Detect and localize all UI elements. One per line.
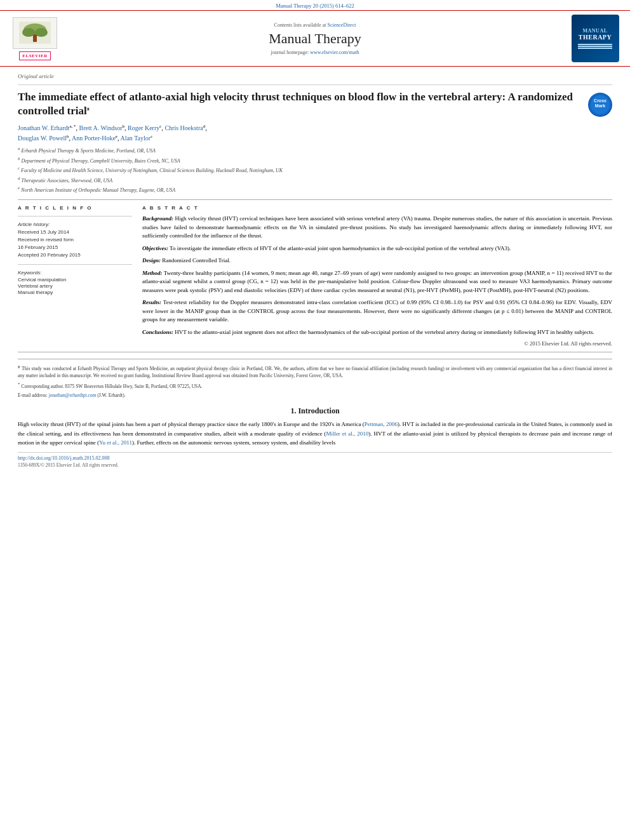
keyword-1: Cervical manipulation <box>18 277 132 283</box>
author-kerry-sup: c <box>159 124 161 129</box>
received-date: Received 15 July 2014 <box>18 229 132 236</box>
abstract-method-text: Twenty-three healthy participants (14 wo… <box>142 270 612 293</box>
journal-homepage: journal homepage: www.elsevier.com/math <box>271 50 359 55</box>
abstract-results-text: Test-retest reliability for the Doppler … <box>142 299 612 323</box>
abstract-design-label: Design: <box>142 257 161 263</box>
ref-yu[interactable]: Yu et al., 2011 <box>99 439 132 446</box>
doi-link[interactable]: http://dx.doi.org/10.1016/j.math.2015.02… <box>18 455 612 461</box>
svg-rect-2 <box>33 34 37 42</box>
main-divider <box>18 199 612 200</box>
revised-date: 16 February 2015 <box>18 244 132 251</box>
author-porterhoke[interactable]: Ann Porter-Hoke <box>72 135 116 142</box>
abstract-bg-text: High velocity thrust (HVT) cervical tech… <box>142 215 612 239</box>
article-info-heading: A R T I C L E I N F O <box>18 205 132 211</box>
journal-citation: Manual Therapy 20 (2015) 614–622 <box>0 0 630 10</box>
homepage-prefix: journal homepage: <box>271 50 310 55</box>
author-erhardt-sup: a, * <box>69 124 76 129</box>
abstract-design: Design: Randomized Controlled Trial. <box>142 257 612 265</box>
author-porterhoke-sup: e <box>116 134 117 139</box>
abstract-conc-label: Conclusions: <box>142 329 173 335</box>
article-title-area: The immediate effect of atlanto-axial hi… <box>18 90 612 118</box>
ref-pettman[interactable]: Pettman, 2006 <box>365 421 398 427</box>
author-hoekstra[interactable]: Chris Hoekstra <box>164 125 203 132</box>
abstract-objectives: Objectives: To investigate the immediate… <box>142 244 612 253</box>
affil-c-sup: c <box>18 166 20 171</box>
abstract-column: A B S T R A C T Background: High velocit… <box>142 205 612 347</box>
journal-badge: MANUAL THERAPY <box>572 15 619 62</box>
affil-e: e North American Institute of Orthopedic… <box>18 185 612 194</box>
affil-e-sup: e <box>18 185 20 190</box>
affil-d-sup: d <box>18 176 20 181</box>
abstract-conc-text: HVT to the atlanto-axial joint segment d… <box>175 329 594 335</box>
crossmark-badge: Cross Mark <box>588 93 612 117</box>
intro-section-title: Introduction <box>298 406 339 415</box>
abstract-heading: A B S T R A C T <box>142 205 612 211</box>
affil-c: c Faculty of Medicine and Health Science… <box>18 165 612 175</box>
svg-point-4 <box>35 28 48 37</box>
journal-header: ELSEVIER Contents lists available at Sci… <box>0 10 630 67</box>
bottom-links: http://dx.doi.org/10.1016/j.math.2015.02… <box>18 452 612 468</box>
accepted-date: Accepted 20 February 2015 <box>18 251 132 259</box>
affil-d: d Therapeutic Associates, Sherwood, OR, … <box>18 175 612 185</box>
abstract-conclusions: Conclusions: HVT to the atlanto-axial jo… <box>142 328 612 337</box>
copyright-line: © 2015 Elsevier Ltd. All rights reserved… <box>142 340 612 347</box>
history-label: Article history: <box>18 222 132 227</box>
journal-title: Manual Therapy <box>269 30 361 47</box>
sciencedirect-prefix: Contents lists available at <box>274 22 328 28</box>
svg-text:Mark: Mark <box>595 103 605 108</box>
footnote-2: * Corresponding author. 8375 SW Beaverto… <box>18 381 612 390</box>
affiliations-list: a Erhardt Physical Therapy & Sports Medi… <box>18 145 612 194</box>
footnote-1: ⁎ This study was conducted at Erhardt Ph… <box>18 363 612 379</box>
abstract-obj-label: Objectives: <box>142 245 168 251</box>
author-hoekstra-sup: d <box>203 124 206 129</box>
footnote-email: E-mail address: jonathan@erhardtpt.com (… <box>18 392 612 399</box>
abstract-design-text: Randomized Controlled Trial. <box>162 257 231 263</box>
article-type: Original article <box>18 73 612 79</box>
article-info-column: A R T I C L E I N F O Article history: R… <box>18 205 132 347</box>
abstract-obj-text: To investigate the immediate effects of … <box>170 245 511 251</box>
author-windsor[interactable]: Brett A. Windsor <box>79 125 122 132</box>
footnote-2-sup: * <box>18 382 20 387</box>
homepage-link[interactable]: www.elsevier.com/math <box>310 50 359 55</box>
abstract-results: Results: Test-retest reliability for the… <box>142 298 612 324</box>
author-powell[interactable]: Douglas W. Powell <box>18 135 67 142</box>
author-windsor-sup: b <box>123 124 125 129</box>
author-taylor[interactable]: Alan Taylor <box>120 135 151 142</box>
author-kerry[interactable]: Roger Kerry <box>128 125 159 132</box>
elsevier-illustration <box>13 17 57 49</box>
author-erhardt[interactable]: Jonathan W. Erhardt <box>18 125 69 132</box>
ref-miller[interactable]: Miller et al., 2010 <box>326 430 368 437</box>
crossmark-icon: Cross Mark <box>588 93 612 117</box>
title-sup: ⁎ <box>87 106 90 111</box>
journal-badge-area: MANUAL THERAPY <box>566 15 624 62</box>
abstract-method: Method: Twenty-three healthy participant… <box>142 269 612 295</box>
abstract-background: Background: High velocity thrust (HVT) c… <box>142 215 612 241</box>
journal-citation-text: Manual Therapy 20 (2015) 614–622 <box>276 3 354 9</box>
journal-info-center: Contents lists available at ScienceDirec… <box>70 15 560 62</box>
keywords-label: Keywords: <box>18 270 132 276</box>
title-divider-top <box>18 84 612 85</box>
abstract-method-label: Method: <box>142 270 163 276</box>
affil-a: a Erhardt Physical Therapy & Sports Medi… <box>18 145 612 155</box>
article-info-divider <box>18 216 132 217</box>
elsevier-wordmark: ELSEVIER <box>19 51 50 60</box>
sciencedirect-link[interactable]: ScienceDirect <box>328 22 356 28</box>
revised-label: Received in revised form <box>18 236 132 244</box>
issn-line: 1356-689X/© 2015 Elsevier Ltd. All right… <box>18 462 612 468</box>
badge-line-3 <box>578 48 612 49</box>
authors-list: Jonathan W. Erhardta, *, Brett A. Windso… <box>18 123 612 143</box>
email-link[interactable]: jonathan@erhardtpt.com <box>49 392 97 398</box>
badge-decorative-lines <box>574 43 617 50</box>
article-title-text: The immediate effect of atlanto-axial hi… <box>18 90 583 118</box>
badge-therapy-text: THERAPY <box>579 34 612 41</box>
intro-paragraph-1: High velocity thrust (HVT) of the spinal… <box>18 420 612 447</box>
introduction-section: 1. Introduction High velocity thrust (HV… <box>18 406 612 447</box>
article-info-abstract-area: A R T I C L E I N F O Article history: R… <box>18 205 612 347</box>
footnote-1-sup: ⁎ <box>18 364 20 369</box>
section-bottom-divider <box>18 352 612 352</box>
abstract-bg-label: Background: <box>142 215 173 222</box>
elsevier-illustration-inner <box>16 18 54 48</box>
badge-line-1 <box>578 44 612 45</box>
keyword-2: Vertebral artery <box>18 283 132 289</box>
article-dates: Received 15 July 2014 Received in revise… <box>18 229 132 259</box>
